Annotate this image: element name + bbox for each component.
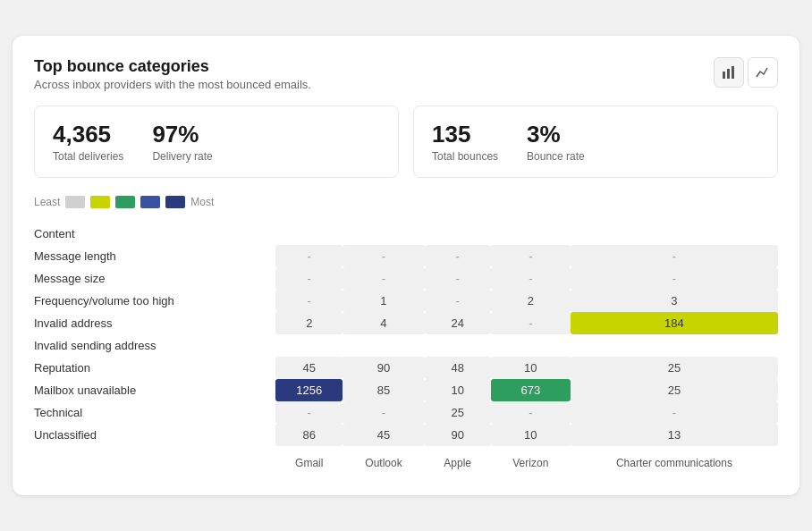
delivery-rate-value: 97% (152, 121, 212, 148)
table-cell: 13 (571, 424, 778, 446)
table-row: Unclassified8645901013 (34, 424, 778, 446)
table-cell (275, 223, 343, 245)
column-header: Gmail (275, 446, 343, 474)
table-cell: - (491, 245, 571, 267)
header-text: Top bounce categories Across inbox provi… (34, 57, 311, 91)
table-cell: - (491, 312, 571, 334)
card-title: Top bounce categories (34, 57, 311, 76)
table-cell: - (275, 245, 343, 267)
table-cell: 48 (425, 357, 491, 379)
table-cell: 1256 (275, 379, 343, 401)
table-cell: - (491, 267, 571, 290)
table-cell (425, 223, 491, 245)
card-header: Top bounce categories Across inbox provi… (34, 57, 778, 91)
bounce-stats-card: 135 Total bounces 3% Bounce rate (413, 105, 778, 178)
table-cell: 90 (425, 424, 491, 446)
swatch-5 (165, 196, 185, 208)
table-cell: 2 (491, 290, 571, 312)
table-cell: 10 (491, 424, 571, 446)
line-chart-button[interactable] (748, 57, 778, 88)
bounce-rate-value: 3% (527, 121, 585, 148)
table-cell: - (425, 245, 491, 267)
table-cell: 86 (275, 424, 343, 446)
svg-rect-0 (723, 72, 725, 79)
total-deliveries-stat: 4,365 Total deliveries (53, 121, 123, 163)
total-bounces-label: Total bounces (432, 150, 498, 163)
data-table-container: ContentMessage length-----Message size--… (34, 223, 778, 474)
table-cell: - (275, 267, 343, 290)
total-deliveries-label: Total deliveries (53, 150, 123, 163)
row-label: Mailbox unavailable (34, 379, 275, 401)
delivery-stats-card: 4,365 Total deliveries 97% Delivery rate (34, 105, 399, 178)
table-cell: 90 (343, 357, 424, 379)
table-row: Invalid sending address (34, 334, 778, 357)
table-cell: 45 (275, 357, 343, 379)
row-label: Message length (34, 245, 275, 267)
card-subtitle: Across inbox providers with the most bou… (34, 78, 311, 91)
total-deliveries-value: 4,365 (53, 121, 123, 148)
color-legend: Least Most (34, 196, 778, 208)
row-label: Frequency/volume too high (34, 290, 275, 312)
svg-rect-2 (732, 66, 734, 79)
table-cell: - (343, 267, 424, 290)
stats-row: 4,365 Total deliveries 97% Delivery rate… (34, 105, 778, 178)
table-cell (425, 334, 491, 357)
bounce-categories-table: ContentMessage length-----Message size--… (34, 223, 778, 474)
table-cell: - (343, 401, 424, 424)
column-header: Outlook (343, 446, 424, 474)
table-cell (571, 334, 778, 357)
table-cell: - (571, 245, 778, 267)
chart-toggle (714, 57, 778, 88)
total-bounces-stat: 135 Total bounces (432, 121, 498, 163)
row-label: Invalid address (34, 312, 275, 334)
column-header: Verizon (491, 446, 571, 474)
table-cell (275, 334, 343, 357)
column-header: Apple (425, 446, 491, 474)
table-cell: 85 (343, 379, 424, 401)
table-cell (571, 223, 778, 245)
row-label: Technical (34, 401, 275, 424)
row-label: Invalid sending address (34, 334, 275, 357)
table-cell: 24 (425, 312, 491, 334)
main-card: Top bounce categories Across inbox provi… (13, 36, 799, 495)
row-label: Reputation (34, 357, 275, 379)
legend-least: Least (34, 196, 60, 208)
table-cell: 4 (343, 312, 424, 334)
table-cell: - (425, 290, 491, 312)
table-row: Invalid address2424-184 (34, 312, 778, 334)
bounce-rate-stat: 3% Bounce rate (527, 121, 585, 163)
table-row: Message length----- (34, 245, 778, 267)
table-cell: 45 (343, 424, 424, 446)
bounce-rate-label: Bounce rate (527, 150, 585, 163)
table-cell: 673 (491, 379, 571, 401)
bar-chart-button[interactable] (714, 57, 744, 88)
table-cell: - (491, 401, 571, 424)
table-cell: 10 (425, 379, 491, 401)
table-cell: 25 (571, 357, 778, 379)
table-cell: 3 (571, 290, 778, 312)
delivery-rate-stat: 97% Delivery rate (152, 121, 212, 163)
swatch-3 (115, 196, 135, 208)
table-cell: 2 (275, 312, 343, 334)
table-cell: - (425, 267, 491, 290)
swatch-4 (140, 196, 160, 208)
legend-most: Most (190, 196, 214, 208)
table-cell: - (343, 245, 424, 267)
table-cell: - (571, 267, 778, 290)
table-cell: - (275, 290, 343, 312)
total-bounces-value: 135 (432, 121, 498, 148)
table-row: Frequency/volume too high-1-23 (34, 290, 778, 312)
table-row: Message size----- (34, 267, 778, 290)
row-label: Message size (34, 267, 275, 290)
table-cell (343, 334, 424, 357)
table-cell: - (275, 401, 343, 424)
delivery-rate-label: Delivery rate (152, 150, 212, 163)
table-cell: 10 (491, 357, 571, 379)
table-cell: - (571, 401, 778, 424)
table-cell (491, 223, 571, 245)
table-cell: 25 (571, 379, 778, 401)
svg-rect-1 (727, 69, 730, 79)
table-cell (343, 223, 424, 245)
table-row: Reputation4590481025 (34, 357, 778, 379)
row-label: Unclassified (34, 424, 275, 446)
